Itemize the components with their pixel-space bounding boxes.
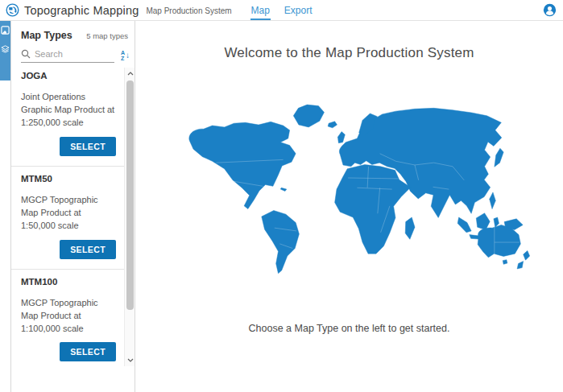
globe-logo-icon	[6, 3, 19, 17]
nav-tab-export[interactable]: Export	[284, 1, 313, 20]
scrollbar-down-arrow[interactable]	[125, 355, 135, 365]
app-header: Topographic Mapping Map Production Syste…	[0, 0, 563, 21]
search-row: A Z ↓	[11, 46, 135, 63]
search-box	[21, 49, 114, 63]
account-icon[interactable]	[543, 3, 557, 17]
map-type-list-wrap: JOGA Joint Operations Graphic Map Produc…	[11, 68, 135, 366]
map-type-description: Joint Operations Graphic Map Product at …	[21, 91, 116, 130]
select-button[interactable]: SELECT	[60, 137, 116, 156]
search-icon	[21, 49, 31, 59]
sort-letter-z: Z	[121, 56, 125, 61]
select-button[interactable]: SELECT	[60, 240, 116, 259]
app-body: Map Types 5 map types A Z ↓ JOGA	[0, 21, 563, 392]
map-types-panel: Map Types 5 map types A Z ↓ JOGA	[11, 21, 135, 392]
scrollbar-up-arrow[interactable]	[125, 68, 135, 79]
select-button[interactable]: SELECT	[60, 342, 116, 361]
sidebar-scrollbar[interactable]	[124, 68, 135, 366]
main-content: Welcome to the Map Production System	[135, 21, 563, 392]
map-type-description: MGCP Topographic Map Product at 1:100,00…	[21, 297, 116, 336]
map-type-item: MTM50 MGCP Topographic Map Product at 1:…	[11, 167, 124, 270]
map-type-list: JOGA Joint Operations Graphic Map Produc…	[11, 68, 124, 366]
nav-tab-map[interactable]: Map	[250, 1, 270, 20]
map-type-name: MTM100	[21, 277, 116, 287]
vertical-toolbar	[0, 21, 11, 392]
search-input[interactable]	[35, 49, 99, 59]
world-map	[168, 69, 532, 312]
map-type-description: MGCP Topographic Map Product at 1:50,000…	[21, 194, 116, 233]
map-tab-icon[interactable]	[1, 26, 10, 35]
vertical-toolbar-active-group	[0, 21, 10, 80]
world-map-svg	[168, 69, 532, 312]
map-type-count: 5 map types	[86, 31, 128, 40]
map-types-header: Map Types 5 map types	[11, 21, 135, 46]
map-type-name: JOGA	[21, 71, 116, 80]
sort-letter-a: A	[121, 50, 125, 56]
app-title: Topographic Mapping	[24, 4, 139, 17]
instruction-text: Choose a Map Type on the left to get sta…	[135, 323, 563, 334]
app-subtitle: Map Production System	[146, 6, 231, 15]
scrollbar-thumb[interactable]	[126, 80, 134, 310]
panel-title: Map Types	[21, 30, 72, 41]
map-type-item: MTM100 MGCP Topographic Map Product at 1…	[11, 270, 124, 366]
sort-a-z-icon[interactable]: A Z ↓	[121, 50, 130, 61]
welcome-heading: Welcome to the Map Production System	[135, 45, 563, 61]
layers-tab-icon[interactable]	[1, 44, 10, 53]
top-nav: Map Export	[250, 0, 313, 21]
sort-direction-arrow: ↓	[126, 52, 130, 60]
map-type-item: JOGA Joint Operations Graphic Map Produc…	[11, 68, 124, 167]
map-type-name: MTM50	[21, 174, 116, 184]
